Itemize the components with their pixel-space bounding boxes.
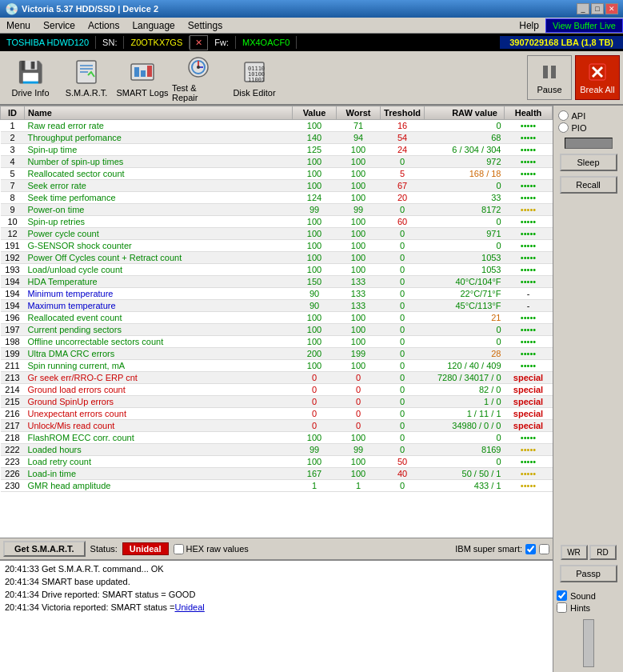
maximize-button[interactable]: □ bbox=[591, 3, 604, 14]
passp-button[interactable]: Passp bbox=[560, 565, 617, 582]
cell-name: Raw read error rate bbox=[25, 120, 293, 132]
ibm-checkbox[interactable] bbox=[525, 544, 536, 554]
table-row[interactable]: 198Offline uncorrectable sectors count10… bbox=[1, 336, 553, 348]
table-row[interactable]: 223Load retry count100100500••••• bbox=[1, 456, 553, 468]
cell-health: ••••• bbox=[505, 132, 553, 144]
table-row[interactable]: 4Number of spin-up times1001000972••••• bbox=[1, 156, 553, 168]
table-row[interactable]: 5Reallocated sector count1001005168 / 18… bbox=[1, 168, 553, 180]
get-smart-button[interactable]: Get S.M.A.R.T. bbox=[3, 541, 86, 557]
menu-item-service[interactable]: Service bbox=[37, 18, 82, 33]
log-line: 20:41:33 Get S.M.A.R.T. command... OK bbox=[5, 562, 548, 575]
pio-radio-label[interactable]: PIO bbox=[558, 122, 587, 133]
api-radio-label[interactable]: API bbox=[558, 110, 586, 121]
table-row[interactable]: 9Power-on time999908172••••• bbox=[1, 204, 553, 216]
table-row[interactable]: 194HDA Temperature150133040°C/104°F••••• bbox=[1, 276, 553, 288]
smart-logs-button[interactable]: SMART Logs bbox=[115, 54, 170, 101]
table-row[interactable]: 1Raw read error rate10071160••••• bbox=[1, 120, 553, 132]
disk-editor-button[interactable]: 01110 10100 11001 Disk Editor bbox=[227, 54, 282, 101]
pause-button[interactable]: Pause bbox=[527, 55, 572, 100]
sleep-button[interactable]: Sleep bbox=[560, 154, 617, 171]
menu-item-settings[interactable]: Settings bbox=[182, 18, 229, 33]
menu-item-language[interactable]: Language bbox=[126, 18, 181, 33]
log-link[interactable]: Unideal bbox=[175, 602, 205, 612]
table-row[interactable]: 214Ground load errors count00082 / 0spec… bbox=[1, 384, 553, 396]
cell-worst: 99 bbox=[337, 204, 381, 216]
table-row[interactable]: 194Maximum temperature90133045°C/113°F- bbox=[1, 300, 553, 312]
table-row[interactable]: 8Seek time perfomance1241002033••••• bbox=[1, 192, 553, 204]
titlebar-title: Victoria 5.37 HDD/SSD | Device 2 bbox=[22, 4, 158, 14]
drive-close-button[interactable]: ✕ bbox=[190, 35, 208, 50]
rd-button[interactable]: RD bbox=[589, 545, 617, 560]
table-row[interactable]: 216Unexpectant errors count0001 / 11 / 1… bbox=[1, 408, 553, 420]
table-row[interactable]: 7Seek error rate100100670••••• bbox=[1, 180, 553, 192]
recall-button[interactable]: Recall bbox=[560, 176, 617, 194]
titlebar-controls[interactable]: _ □ ✕ bbox=[577, 3, 618, 14]
cell-name: Current pending sectors bbox=[25, 324, 293, 336]
smart-button[interactable]: S.M.A.R.T. bbox=[59, 54, 114, 101]
hints-label[interactable]: Hints bbox=[557, 602, 620, 613]
sound-label[interactable]: Sound bbox=[557, 590, 620, 601]
table-row[interactable]: 10Spin-up retries100100600••••• bbox=[1, 216, 553, 228]
main-area: ID Name Value Worst Treshold RAW value H… bbox=[0, 106, 623, 672]
table-row[interactable]: 215Ground SpinUp errors0001 / 0special bbox=[1, 396, 553, 408]
table-row[interactable]: 193Load/unload cycle count10010001053•••… bbox=[1, 264, 553, 276]
menu-item-help[interactable]: Help bbox=[513, 18, 545, 33]
hex-raw-checkbox[interactable] bbox=[174, 544, 184, 554]
view-buffer-button[interactable]: View Buffer Live bbox=[545, 18, 623, 33]
table-scroll[interactable]: ID Name Value Worst Treshold RAW value H… bbox=[0, 106, 553, 538]
cell-id: 217 bbox=[1, 420, 25, 432]
pio-radio[interactable] bbox=[558, 122, 569, 133]
table-row[interactable]: 191G-SENSOR shock counter10010000••••• bbox=[1, 240, 553, 252]
table-row[interactable]: 217Unlock/Mis read count00034980 / 0 / 0… bbox=[1, 420, 553, 432]
table-row[interactable]: 211Spin running current, mA1001000120 / … bbox=[1, 360, 553, 372]
table-row[interactable]: 213Gr seek err/RRO-C ERP cnt0007280 / 34… bbox=[1, 372, 553, 384]
drive-info-button[interactable]: 💾 Drive Info bbox=[3, 54, 58, 101]
cell-health: ••••• bbox=[505, 336, 553, 348]
menu-item-actions[interactable]: Actions bbox=[82, 18, 126, 33]
cell-threshold: 0 bbox=[381, 252, 425, 264]
table-row[interactable]: 12Power cycle count1001000971••••• bbox=[1, 228, 553, 240]
table-row[interactable]: 196Reallocated event count100100021••••• bbox=[1, 312, 553, 324]
break-all-label: Break All bbox=[580, 85, 614, 94]
table-row[interactable]: 2Throughput perfomance140945468••••• bbox=[1, 132, 553, 144]
sound-checkbox[interactable] bbox=[557, 590, 567, 601]
table-row[interactable]: 199Ultra DMA CRC errors200199028••••• bbox=[1, 348, 553, 360]
cell-worst: 100 bbox=[337, 312, 381, 324]
hints-checkbox[interactable] bbox=[557, 602, 567, 613]
close-button[interactable]: ✕ bbox=[605, 3, 618, 14]
table-row[interactable]: 192Power Off Cycles count + Retract coun… bbox=[1, 252, 553, 264]
table-row[interactable]: 230GMR head amplitude110433 / 1••••• bbox=[1, 480, 553, 492]
table-row[interactable]: 194Minimum temperature90133022°C/71°F- bbox=[1, 288, 553, 300]
table-row[interactable]: 222Loaded hours999908169••••• bbox=[1, 444, 553, 456]
cell-worst: 100 bbox=[337, 468, 381, 480]
ibm-checkbox2[interactable] bbox=[539, 544, 549, 554]
hex-raw-label[interactable]: HEX raw values bbox=[174, 544, 249, 554]
table-row[interactable]: 3Spin-up time125100246 / 304 / 304••••• bbox=[1, 144, 553, 156]
drivebar: TOSHIBA HDWD120 SN: Z0OTKX7GS ✕ Fw: MX4O… bbox=[0, 34, 623, 51]
smart-table: ID Name Value Worst Treshold RAW value H… bbox=[0, 106, 553, 492]
cell-threshold: 0 bbox=[381, 288, 425, 300]
table-row[interactable]: 197Current pending sectors10010000••••• bbox=[1, 324, 553, 336]
wr-button[interactable]: WR bbox=[561, 545, 588, 560]
table-row[interactable]: 226Load-in time1671004050 / 50 / 1••••• bbox=[1, 468, 553, 480]
cell-value: 100 bbox=[293, 120, 337, 132]
menu-item-menu[interactable]: Menu bbox=[0, 18, 37, 33]
scrollbar[interactable] bbox=[583, 619, 594, 667]
smart-logs-icon bbox=[128, 58, 157, 86]
cell-value: 100 bbox=[293, 360, 337, 372]
test-repair-button[interactable]: Test & Repair bbox=[171, 54, 226, 101]
svg-rect-17 bbox=[543, 66, 548, 78]
cell-name: Power Off Cycles count + Retract count bbox=[25, 252, 293, 264]
cell-worst: 100 bbox=[337, 336, 381, 348]
break-all-button[interactable]: Break All bbox=[575, 55, 620, 100]
cell-health: ••••• bbox=[505, 192, 553, 204]
cell-value: 90 bbox=[293, 288, 337, 300]
cell-name: Seek error rate bbox=[25, 180, 293, 192]
api-label: API bbox=[572, 111, 586, 121]
table-row[interactable]: 218FlashROM ECC corr. count10010000••••• bbox=[1, 432, 553, 444]
api-radio[interactable] bbox=[558, 110, 569, 121]
minimize-button[interactable]: _ bbox=[577, 3, 589, 14]
cell-id: 199 bbox=[1, 348, 25, 360]
cell-raw: 22°C/71°F bbox=[425, 288, 505, 300]
cell-health: ••••• bbox=[505, 216, 553, 228]
